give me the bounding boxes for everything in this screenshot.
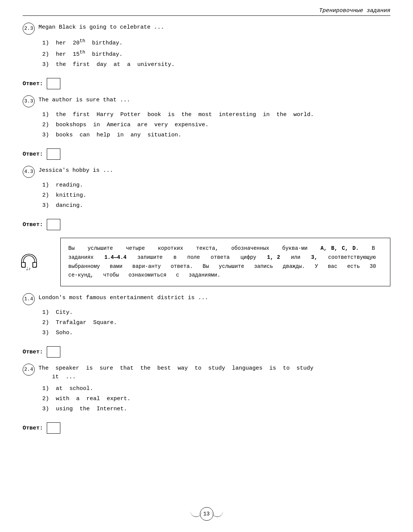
- question-2-3: 2.3 Megan Black is going to celebrate ..…: [23, 23, 390, 70]
- answer-row-4-3: Ответ:: [23, 219, 390, 230]
- option-4-3-3: 3) dancing.: [42, 200, 390, 211]
- answer-row-3-3: Ответ:: [23, 148, 390, 160]
- question-1-4: 1.4 London's most famous entertainment d…: [23, 294, 390, 338]
- headphones-icon: ♩♪: [21, 252, 37, 271]
- answer-label-2-3: Ответ:: [23, 81, 43, 87]
- instruction-wrapper: ♩♪ Вы услышите четыре коротких текста, о…: [41, 238, 390, 286]
- options-1-4: 1) City. 2) Trafalgar Square. 3) Soho.: [42, 307, 390, 338]
- option-1-4-2: 2) Trafalgar Square.: [42, 318, 390, 328]
- question-text-2-3: Megan Black is going to celebrate ...: [38, 23, 164, 32]
- svg-text:♩♪: ♩♪: [26, 266, 31, 271]
- instruction-box: Вы услышите четыре коротких текста, обоз…: [60, 238, 390, 286]
- answer-box-3-3[interactable]: [47, 148, 60, 160]
- option-4-3-1: 1) reading.: [42, 180, 390, 190]
- header-title: Тренировочные задания: [23, 8, 390, 16]
- audio-icon-container: ♩♪: [21, 252, 37, 272]
- page-number: 13: [200, 507, 213, 521]
- options-2-4: 1) at school. 2) with a real expert. 3) …: [42, 384, 390, 414]
- question-4-3: 4.3 Jessica's hobby is ... 1) reading. 2…: [23, 167, 390, 211]
- question-text-2-4: The speaker is sure that the best way to…: [38, 364, 313, 381]
- answer-box-2-3[interactable]: [47, 78, 60, 89]
- option-1-4-1: 1) City.: [42, 307, 390, 318]
- page-number-text: 13: [203, 511, 210, 517]
- option-2-3-3: 3) the first day at a university.: [42, 60, 390, 70]
- question-3-3: 3.3 The author is sure that ... 1) the f…: [23, 96, 390, 140]
- answer-label-2-4: Ответ:: [23, 425, 43, 431]
- answer-label-1-4: Ответ:: [23, 349, 43, 355]
- options-4-3: 1) reading. 2) knitting. 3) dancing.: [42, 180, 390, 211]
- question-number-2-4: 2.4: [23, 364, 35, 376]
- option-4-3-2: 2) knitting.: [42, 190, 390, 200]
- answer-row-1-4: Ответ:: [23, 346, 390, 358]
- option-1-4-3: 3) Soho.: [42, 328, 390, 338]
- option-2-4-2: 2) with a real expert.: [42, 394, 390, 404]
- option-3-3-3: 3) books can help in any situation.: [42, 130, 390, 140]
- option-3-3-1: 1) the first Harry Potter book is the mo…: [42, 110, 390, 120]
- answer-row-2-4: Ответ:: [23, 422, 390, 434]
- page-number-container: 13: [190, 507, 223, 521]
- question-text-4-3: Jessica's hobby is ...: [38, 167, 113, 175]
- question-2-4: 2.4 The speaker is sure that the best wa…: [23, 364, 390, 414]
- options-3-3: 1) the first Harry Potter book is the mo…: [42, 110, 390, 140]
- option-2-3-2: 2) her 15th birthday.: [42, 48, 390, 60]
- option-2-3-1: 1) her 20th birthday.: [42, 37, 390, 48]
- question-text-3-3: The author is sure that ...: [38, 96, 130, 105]
- question-number-1-4: 1.4: [23, 293, 35, 305]
- page-arc-right: [212, 511, 223, 517]
- question-number-4-3: 4.3: [23, 166, 35, 178]
- question-number-3-3: 3.3: [23, 95, 35, 107]
- option-3-3-2: 2) bookshops in America are very expensi…: [42, 120, 390, 130]
- answer-row-2-3: Ответ:: [23, 78, 390, 89]
- question-text-1-4: London's most famous entertainment distr…: [38, 294, 208, 303]
- answer-label-3-3: Ответ:: [23, 151, 43, 157]
- option-2-4-3: 3) using the Internet.: [42, 404, 390, 414]
- options-2-3: 1) her 20th birthday. 2) her 15th birthd…: [42, 37, 390, 70]
- option-2-4-1: 1) at school.: [42, 384, 390, 394]
- instruction-text: Вы услышите четыре коротких текста, обоз…: [68, 245, 382, 278]
- answer-box-1-4[interactable]: [47, 346, 60, 358]
- answer-box-4-3[interactable]: [47, 219, 60, 230]
- header-text: Тренировочные задания: [319, 8, 390, 14]
- answer-label-4-3: Ответ:: [23, 222, 43, 228]
- answer-box-2-4[interactable]: [47, 422, 60, 434]
- question-number-2-3: 2.3: [23, 23, 35, 35]
